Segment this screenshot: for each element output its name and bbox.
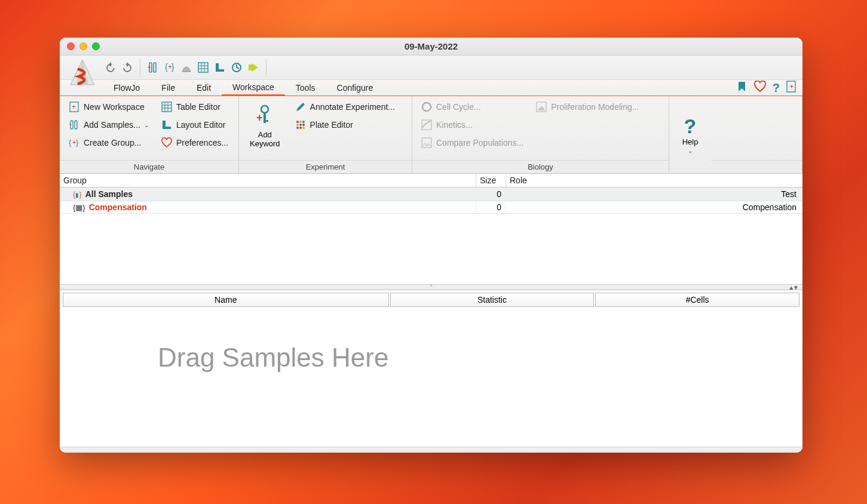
- layout-editor-label: Layout Editor: [176, 120, 226, 130]
- refresh-icon[interactable]: [229, 60, 244, 75]
- preferences-button[interactable]: Preferences...: [157, 136, 232, 150]
- menu-file[interactable]: File: [151, 81, 186, 95]
- col-header-cells[interactable]: #Cells: [595, 293, 799, 307]
- new-workspace-button[interactable]: + New Workspace: [65, 100, 152, 114]
- groups-header-row: Group Size Role: [60, 174, 802, 188]
- heart-icon[interactable]: [753, 81, 767, 95]
- col-header-group[interactable]: Group: [60, 174, 476, 187]
- menu-configure[interactable]: Configure: [326, 81, 384, 95]
- svg-point-45: [296, 127, 299, 129]
- svg-point-47: [302, 127, 305, 129]
- annotate-label: Annotate Experiment...: [310, 102, 395, 112]
- col-header-statistic[interactable]: Statistic: [390, 293, 595, 307]
- undo-button[interactable]: [103, 60, 118, 75]
- ribbon-group-experiment: + Add Keyword Annotate Experiment... Pla…: [239, 96, 412, 173]
- ribbon-blank: [711, 96, 802, 173]
- svg-rect-16: [249, 64, 252, 70]
- ribbon-group-biology: Cell Cycle... Kinetics... Compare Popula…: [412, 96, 669, 173]
- svg-rect-14: [216, 69, 224, 72]
- plate-editor-label: Plate Editor: [310, 120, 353, 130]
- layout-editor-icon[interactable]: [212, 60, 228, 75]
- svg-rect-28: [162, 102, 171, 112]
- bookmark-icon[interactable]: [737, 81, 747, 95]
- kinetics-button[interactable]: Kinetics...: [417, 118, 527, 132]
- chevron-down-icon: ⌄: [688, 147, 693, 154]
- add-keyword-button[interactable]: + Add Keyword: [244, 100, 286, 152]
- svg-marker-17: [252, 63, 258, 72]
- svg-rect-34: [163, 127, 171, 129]
- layout-editor-button[interactable]: Layout Editor: [157, 118, 232, 132]
- samples-drop-area[interactable]: Drag Samples Here: [62, 307, 800, 444]
- help-button[interactable]: ? Help ⌄: [682, 116, 698, 154]
- group-row-compensation[interactable]: {▦} Compensation 0 Compensation: [60, 201, 802, 214]
- chevron-down-icon: ⌄: [144, 122, 149, 128]
- create-group-label: Create Group...: [84, 138, 142, 147]
- preferences-label: Preferences...: [176, 138, 228, 147]
- splitter-handle[interactable]: ⌃ ▲▼: [60, 284, 802, 290]
- add-samples-icon[interactable]: +: [145, 60, 161, 75]
- new-doc-icon[interactable]: +: [786, 80, 796, 96]
- expand-arrows-icon: ▲▼: [788, 284, 798, 291]
- svg-text:+: +: [72, 103, 76, 111]
- group-role: Test: [506, 188, 802, 200]
- layout-icon: [161, 119, 173, 131]
- menu-flowjo[interactable]: FlowJo: [103, 81, 151, 95]
- annotate-experiment-button[interactable]: Annotate Experiment...: [291, 100, 399, 114]
- groups-panel: Group Size Role {▮} All Samples 0 Test {…: [60, 174, 802, 284]
- help-icon[interactable]: ?: [773, 81, 780, 95]
- group-size: 0: [476, 188, 506, 200]
- plate-editor-button[interactable]: Plate Editor: [291, 118, 399, 132]
- ribbon-group-help: ? Help ⌄: [669, 96, 711, 173]
- pencil-icon: [295, 101, 307, 113]
- menu-tools[interactable]: Tools: [285, 81, 326, 95]
- table-icon: [161, 101, 173, 113]
- app-window: 09-May-2022 + {}+: [60, 38, 802, 453]
- table-editor-button[interactable]: Table Editor: [157, 100, 232, 114]
- ribbon-group-navigate: + New Workspace + Add Samples... ⌄ {}+ C…: [60, 96, 239, 173]
- svg-text:}: }: [76, 138, 79, 147]
- cell-cycle-button[interactable]: Cell Cycle...: [417, 100, 527, 114]
- ribbon-group-label: Navigate: [60, 160, 238, 173]
- svg-point-40: [299, 121, 302, 123]
- window-title: 09-May-2022: [60, 41, 802, 51]
- svg-point-43: [299, 124, 302, 126]
- new-workspace-label: New Workspace: [84, 102, 145, 112]
- menu-edit[interactable]: Edit: [186, 81, 222, 95]
- compare-populations-button[interactable]: Compare Populations...: [417, 136, 527, 150]
- titlebar: 09-May-2022: [60, 38, 802, 56]
- svg-text:{: {: [69, 138, 72, 147]
- kinetics-icon: [421, 119, 433, 131]
- help-label: Help: [682, 137, 698, 146]
- compare-icon: [421, 137, 433, 149]
- svg-marker-49: [431, 106, 433, 108]
- compare-populations-label: Compare Populations...: [436, 138, 523, 147]
- create-group-icon[interactable]: {}+: [162, 60, 177, 75]
- samples-panel: Name Statistic #Cells Drag Samples Here: [60, 290, 802, 447]
- ribbon-group-label: Experiment: [239, 160, 412, 173]
- group-name: Compensation: [89, 202, 147, 212]
- svg-text:+: +: [148, 64, 151, 70]
- add-keyword-label: Add Keyword: [250, 131, 280, 149]
- svg-point-48: [422, 103, 431, 111]
- kinetics-label: Kinetics...: [436, 120, 473, 130]
- col-header-size[interactable]: Size: [476, 174, 506, 187]
- quick-toolbar: + {}+: [60, 56, 802, 79]
- separator: [140, 59, 140, 76]
- group-role: Compensation: [506, 201, 802, 213]
- proliferation-button[interactable]: Proliferation Modeling...: [532, 100, 642, 114]
- menu-workspace[interactable]: Workspace: [222, 80, 285, 96]
- braces-grid-icon: {▦}: [73, 203, 85, 212]
- group-row-all-samples[interactable]: {▮} All Samples 0 Test: [60, 188, 802, 201]
- svg-point-39: [296, 121, 299, 123]
- forward-icon[interactable]: [246, 60, 261, 75]
- svg-rect-23: [75, 121, 77, 129]
- create-group-button[interactable]: {}+ Create Group...: [65, 136, 152, 150]
- braces-icon: {▮}: [73, 190, 82, 199]
- col-header-role[interactable]: Role: [506, 174, 802, 187]
- menu-bar: FlowJo File Edit Workspace Tools Configu…: [60, 79, 802, 96]
- add-samples-button[interactable]: + Add Samples... ⌄: [65, 118, 152, 132]
- col-header-name[interactable]: Name: [63, 293, 389, 307]
- redo-button[interactable]: [120, 60, 135, 75]
- table-editor-icon[interactable]: [195, 60, 211, 75]
- gate-icon[interactable]: [179, 60, 194, 75]
